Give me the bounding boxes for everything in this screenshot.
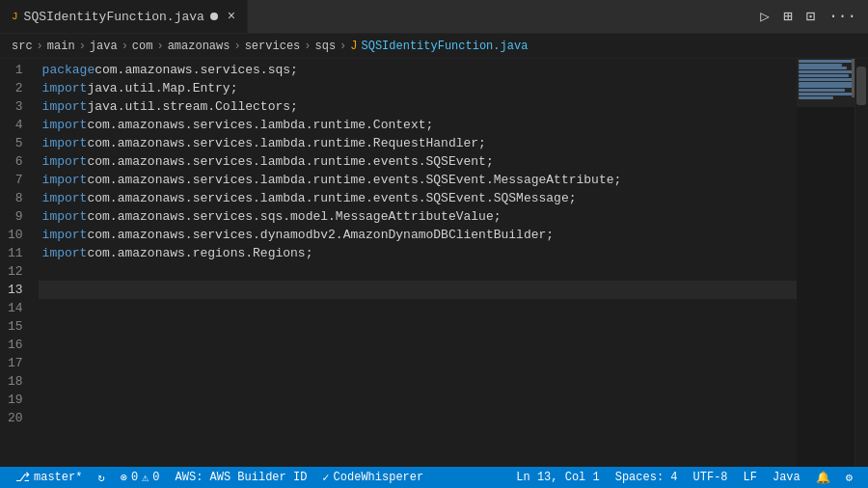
token: com.amazonaws.services.dynamodbv2.Amazon… xyxy=(87,226,554,244)
tab-filename: SQSIdentityFunction.java xyxy=(24,10,204,24)
sep5: › xyxy=(233,40,240,53)
line-ending-status[interactable]: LF xyxy=(736,467,765,488)
feedback-icon-btn[interactable]: 🔔 xyxy=(808,467,838,488)
token: com.amazonaws.services.lambda.runtime.ev… xyxy=(87,189,576,207)
breadcrumb-file-icon: J xyxy=(350,40,357,53)
breadcrumb-sqs[interactable]: sqs xyxy=(314,40,336,53)
minimap xyxy=(797,59,854,467)
token: com.amazonaws.services.sqs.model.Message… xyxy=(87,207,501,226)
token: import xyxy=(42,79,88,97)
code-line-11: import com.amazonaws.regions.Regions; xyxy=(39,244,797,262)
line-ending-label: LF xyxy=(744,471,757,484)
settings-icon: ⚙ xyxy=(846,471,853,485)
codewhisperer-label: CodeWhisperer xyxy=(334,471,424,484)
code-content[interactable]: package com.amazonaws.services.sqs;impor… xyxy=(39,59,797,467)
line-number-7: 7 xyxy=(8,171,23,189)
warning-icon: ⚠ xyxy=(142,471,149,485)
line-number-2: 2 xyxy=(8,79,23,97)
breadcrumb-filename[interactable]: SQSIdentityFunction.java xyxy=(362,40,529,53)
run-icon[interactable]: ▷ xyxy=(756,5,773,28)
token: com.amazonaws.services.lambda.runtime.Re… xyxy=(87,134,485,152)
token: import xyxy=(42,226,88,244)
language-status[interactable]: Java xyxy=(765,467,808,488)
token: com.amazonaws.services.lambda.runtime.ev… xyxy=(87,152,493,171)
token: import xyxy=(42,207,88,226)
minimap-highlight xyxy=(797,59,854,107)
breadcrumb-src[interactable]: src xyxy=(12,40,33,53)
feedback-icon: 🔔 xyxy=(816,471,830,485)
aws-status[interactable]: AWS: AWS Builder ID xyxy=(168,467,315,488)
indentation-status[interactable]: Spaces: 4 xyxy=(608,467,686,488)
code-line-16 xyxy=(39,336,797,354)
line-number-4: 4 xyxy=(8,116,23,134)
token: package xyxy=(42,61,95,79)
more-actions-icon[interactable]: ··· xyxy=(825,6,860,27)
java-file-icon: J xyxy=(12,11,18,22)
sep7: › xyxy=(339,40,346,53)
code-line-5: import com.amazonaws.services.lambda.run… xyxy=(39,134,797,152)
code-line-20 xyxy=(39,409,797,427)
breadcrumb-amazonaws[interactable]: amazonaws xyxy=(168,40,231,53)
code-line-3: import java.util.stream.Collectors; xyxy=(39,97,797,116)
position-label: Ln 13, Col 1 xyxy=(516,471,599,484)
code-line-8: import com.amazonaws.services.lambda.run… xyxy=(39,189,797,207)
scrollbar-thumb xyxy=(856,67,866,105)
token: import xyxy=(42,134,88,152)
code-line-17 xyxy=(39,354,797,372)
tab-close-button[interactable]: × xyxy=(228,9,235,24)
line-numbers: 1234567891011121314151617181920 xyxy=(0,59,39,467)
split-editor-icon[interactable]: ⊞ xyxy=(779,5,797,28)
line-number-18: 18 xyxy=(8,372,23,391)
code-line-7: import com.amazonaws.services.lambda.run… xyxy=(39,171,797,189)
sep1: › xyxy=(37,40,43,53)
token: import xyxy=(42,244,88,262)
breadcrumb: src › main › java › com › amazonaws › se… xyxy=(0,34,868,59)
spaces-label: Spaces: 4 xyxy=(615,471,678,484)
code-line-15 xyxy=(39,317,797,336)
branch-label: master* xyxy=(34,471,82,484)
branch-icon: ⎇ xyxy=(15,470,30,485)
line-number-16: 16 xyxy=(8,336,23,354)
breadcrumb-main[interactable]: main xyxy=(47,40,75,53)
code-line-12 xyxy=(39,262,797,281)
errors-status[interactable]: ⊗ 0 ⚠ 0 xyxy=(113,467,168,488)
line-number-20: 20 xyxy=(8,409,23,427)
code-line-1: package com.amazonaws.services.sqs; xyxy=(39,61,797,79)
token: import xyxy=(42,171,88,189)
code-line-6: import com.amazonaws.services.lambda.run… xyxy=(39,152,797,171)
sync-status[interactable]: ↻ xyxy=(90,467,112,488)
code-line-13 xyxy=(39,281,797,299)
line-number-3: 3 xyxy=(8,97,23,116)
code-line-4: import com.amazonaws.services.lambda.run… xyxy=(39,116,797,134)
tab-sqsidentityfunction[interactable]: J SQSIdentityFunction.java × xyxy=(0,0,248,33)
sep4: › xyxy=(156,40,163,53)
code-line-19 xyxy=(39,391,797,409)
breadcrumb-services[interactable]: services xyxy=(245,40,301,53)
breadcrumb-com[interactable]: com xyxy=(132,40,153,53)
line-number-8: 8 xyxy=(8,189,23,207)
branch-status[interactable]: ⎇ master* xyxy=(8,467,90,488)
line-number-15: 15 xyxy=(8,317,23,336)
aws-label: AWS: AWS Builder ID xyxy=(176,471,308,484)
breadcrumb-java[interactable]: java xyxy=(90,40,118,53)
token: com.amazonaws.regions.Regions; xyxy=(87,244,312,262)
layout-icon[interactable]: ⊡ xyxy=(802,5,820,28)
encoding-status[interactable]: UTF-8 xyxy=(686,467,736,488)
token: import xyxy=(42,152,88,171)
code-line-18 xyxy=(39,372,797,391)
sync-icon: ↻ xyxy=(97,471,104,485)
line-number-6: 6 xyxy=(8,152,23,171)
token: com.amazonaws.services.lambda.runtime.Co… xyxy=(87,116,433,134)
vertical-scrollbar[interactable] xyxy=(854,59,868,467)
codewhisperer-icon: ✓ xyxy=(322,471,329,485)
line-number-14: 14 xyxy=(8,299,23,317)
token: java.util.stream.Collectors; xyxy=(87,97,297,116)
codewhisperer-status[interactable]: ✓ CodeWhisperer xyxy=(314,467,431,488)
error-icon: ⊗ xyxy=(121,471,127,485)
cursor-position[interactable]: Ln 13, Col 1 xyxy=(508,467,607,488)
settings-icon-btn[interactable]: ⚙ xyxy=(838,467,860,488)
modified-indicator xyxy=(210,13,218,20)
token: import xyxy=(42,116,88,134)
warning-count: 0 xyxy=(152,471,159,484)
line-number-12: 12 xyxy=(8,262,23,281)
